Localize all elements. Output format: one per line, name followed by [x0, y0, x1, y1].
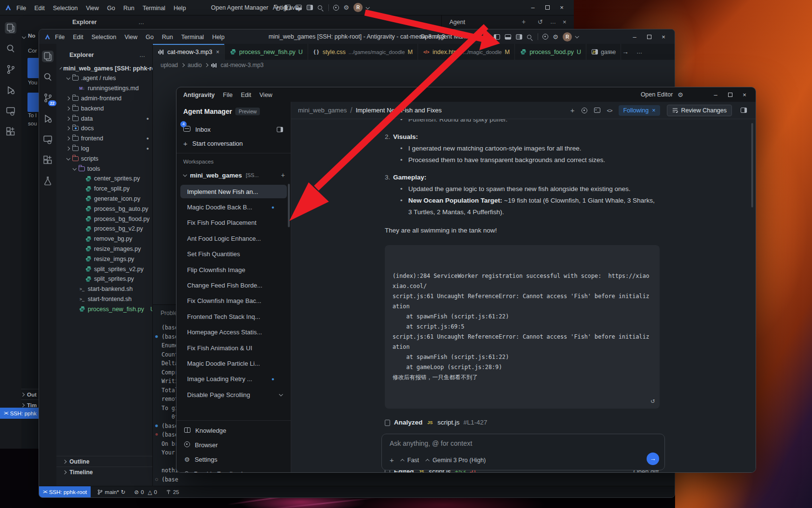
- conversation-item-Magic Doodle Back B...[interactable]: Magic Doodle Back B...●: [180, 200, 287, 214]
- menu-selection[interactable]: Selection: [53, 5, 78, 12]
- toggle-panel-icon[interactable]: [741, 108, 747, 113]
- file-tree-item-process_bg_v2.py[interactable]: process_bg_v2.py: [56, 224, 152, 234]
- account-avatar[interactable]: R: [563, 32, 572, 41]
- editor-more-icon[interactable]: …: [636, 48, 643, 55]
- file-tree-item-split_sprites_v2.py[interactable]: split_sprites_v2.py: [56, 264, 152, 274]
- menu-edit[interactable]: Edit: [241, 92, 251, 98]
- explorer-icon[interactable]: [5, 22, 16, 34]
- breadcrumb-workspace[interactable]: mini_web_games: [298, 107, 347, 114]
- search-icon[interactable]: [42, 71, 54, 83]
- file-tree-item-generate_icon.py[interactable]: generate_icon.py: [56, 193, 152, 204]
- speed-selector[interactable]: Fast: [402, 457, 419, 464]
- editor-tab-style.css[interactable]: { }style.css.../games/magic_doodleM: [308, 44, 418, 60]
- menu-file[interactable]: File: [223, 92, 232, 98]
- maximize-button[interactable]: [540, 4, 555, 11]
- toggle-right-panel-icon[interactable]: [307, 5, 313, 10]
- start-conversation-button[interactable]: + Start conversation: [183, 139, 243, 148]
- extensions-icon[interactable]: [42, 154, 54, 166]
- bg-outline-section[interactable]: Out: [21, 389, 39, 399]
- testing-icon[interactable]: [42, 175, 54, 187]
- more-icon[interactable]: …: [550, 18, 556, 25]
- menu-selection[interactable]: Selection: [92, 34, 116, 41]
- run-debug-icon[interactable]: [42, 113, 54, 124]
- toggle-left-panel-icon[interactable]: [494, 34, 500, 40]
- run-debug-icon[interactable]: [5, 84, 16, 96]
- file-tree-item-tools[interactable]: tools: [56, 164, 152, 174]
- menu-file[interactable]: File: [55, 34, 65, 41]
- sidebar-item-provide-feedback[interactable]: Provide Feedback: [176, 467, 291, 473]
- browser-icon[interactable]: [333, 5, 339, 11]
- file-tree-item-scripts[interactable]: scripts: [56, 153, 152, 164]
- new-icon[interactable]: +: [570, 106, 575, 114]
- editor-tab-process_new_fish.py[interactable]: process_new_fish.pyU: [225, 44, 308, 60]
- remote-explorer-icon[interactable]: [42, 134, 54, 145]
- layout-grid-icon[interactable]: [483, 34, 489, 40]
- open-editor-button[interactable]: Open Editor: [641, 91, 673, 98]
- maximize-button[interactable]: [642, 33, 656, 41]
- sidebar-item-settings[interactable]: ⚙Settings: [176, 453, 291, 466]
- search-icon[interactable]: [5, 43, 16, 55]
- menu-terminal[interactable]: Terminal: [143, 5, 165, 12]
- file-tree-item-start-bankend.sh[interactable]: >_start-bankend.sh: [56, 284, 152, 294]
- close-button[interactable]: ×: [555, 4, 569, 11]
- timeline-section[interactable]: Timeline: [56, 467, 152, 477]
- menu-file[interactable]: File: [16, 5, 26, 12]
- minimize-button[interactable]: –: [526, 4, 540, 11]
- menu-help[interactable]: Help: [174, 5, 186, 12]
- menu-help[interactable]: Help: [212, 34, 225, 41]
- send-button[interactable]: →: [647, 453, 659, 465]
- file-tree-item-log[interactable]: log●: [56, 143, 152, 153]
- file-tree-item-process_bg_auto.py[interactable]: process_bg_auto.py: [56, 204, 152, 214]
- inbox-item[interactable]: 4 Inbox: [183, 123, 285, 136]
- explorer-more-icon[interactable]: …: [139, 52, 146, 58]
- extensions-icon[interactable]: [5, 126, 16, 137]
- source-control-icon[interactable]: [5, 64, 16, 75]
- editor-tab-cat-meow-3.mp3[interactable]: cat-meow-3.mp3×: [153, 44, 225, 60]
- breadcrumb[interactable]: upload audio cat-meow-3.mp3: [153, 60, 675, 70]
- editor-tab-index.html[interactable]: </>index.html.../magic_doodleM: [418, 44, 515, 60]
- minimize-button[interactable]: –: [708, 91, 723, 98]
- remote-indicator[interactable]: ><SSH: pphk-root: [39, 486, 91, 497]
- toggle-left-panel-icon[interactable]: [284, 5, 291, 10]
- file-tree-item-split_sprites.py[interactable]: split_sprites.py: [56, 274, 152, 284]
- menu-go[interactable]: Go: [146, 34, 154, 41]
- menu-view[interactable]: View: [124, 34, 137, 41]
- toggle-bottom-panel-icon[interactable]: [296, 5, 302, 10]
- terminal-icon[interactable]: >_: [594, 108, 600, 113]
- menu-run[interactable]: Run: [123, 5, 135, 12]
- file-tree-item-data[interactable]: data●: [56, 113, 152, 124]
- git-branch-indicator[interactable]: main* ↻: [97, 489, 125, 495]
- gear-icon[interactable]: ⚙: [677, 91, 683, 98]
- conversation-item-Disable Page Scrolling[interactable]: Disable Page Scrolling: [180, 388, 287, 401]
- maximize-button[interactable]: [723, 91, 737, 98]
- file-tree-item-remove_bg.py[interactable]: remove_bg.py: [56, 234, 152, 244]
- file-tree-item-force_split.py[interactable]: force_split.py: [56, 184, 152, 194]
- code-icon[interactable]: <>: [607, 108, 612, 113]
- browser-icon[interactable]: [582, 108, 587, 113]
- conversation-item-Fix Fish Animation & UI[interactable]: Fix Fish Animation & UI: [180, 341, 287, 355]
- menu-go[interactable]: Go: [107, 5, 115, 12]
- search-icon[interactable]: [527, 35, 531, 39]
- add-workspace-icon[interactable]: +: [281, 171, 285, 179]
- gear-icon[interactable]: ⚙: [343, 4, 349, 11]
- browser-icon[interactable]: [542, 34, 548, 40]
- scroll-more-icon[interactable]: [279, 392, 283, 396]
- file-tree-item-runningsettings.md[interactable]: M↓runningsettings.md: [56, 83, 152, 94]
- explorer-more-icon[interactable]: …: [138, 19, 145, 26]
- close-tab-icon[interactable]: ×: [216, 49, 219, 55]
- toggle-panel-icon[interactable]: [277, 127, 283, 132]
- new-agent-icon[interactable]: +: [522, 18, 526, 26]
- file-tree-item-docs[interactable]: docs: [56, 124, 152, 134]
- workspace-row[interactable]: mini_web_games [SS... +: [183, 171, 285, 179]
- sidebar-item-knowledge[interactable]: Knowledge: [176, 424, 291, 437]
- sync-icon[interactable]: ↻: [121, 489, 126, 495]
- nav-back-icon[interactable]: ←: [608, 48, 614, 55]
- conversation-item-Frontend Tech Stack Inq...[interactable]: Frontend Tech Stack Inq...: [180, 310, 287, 323]
- close-icon[interactable]: ×: [652, 107, 655, 114]
- sidebar-scrollbar[interactable]: [288, 184, 290, 227]
- problems-indicator[interactable]: ⊘0 △0: [134, 489, 157, 495]
- conversation-item-Flip Clownfish Image[interactable]: Flip Clownfish Image: [180, 263, 287, 276]
- main-scrollbar[interactable]: [751, 123, 753, 207]
- conversation-item-Implement New Fish an...[interactable]: Implement New Fish an...: [180, 185, 287, 198]
- nav-forward-icon[interactable]: →: [622, 48, 629, 55]
